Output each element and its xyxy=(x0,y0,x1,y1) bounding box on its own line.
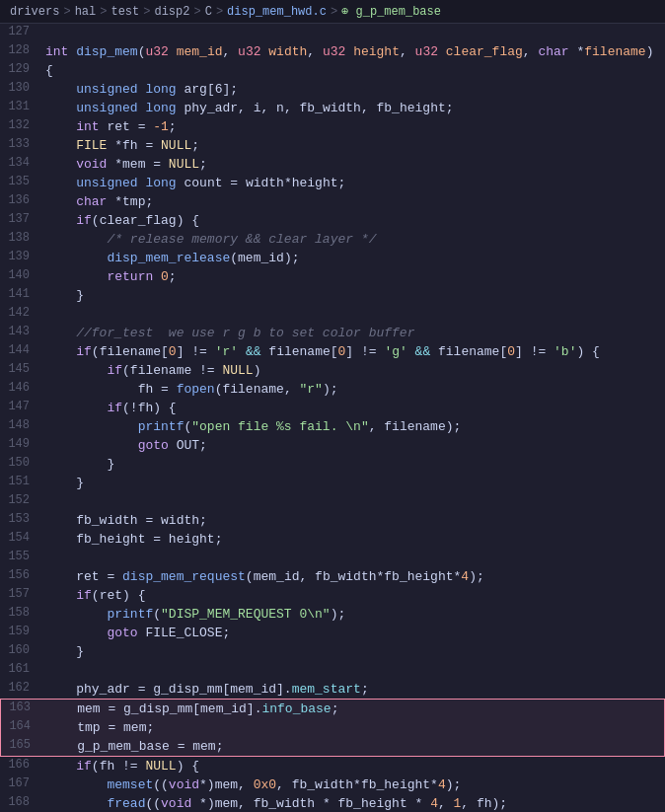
line-content-138: /* release memory && clear layer */ xyxy=(41,230,665,249)
line-number-161: 161 xyxy=(0,661,41,676)
highlighted-block: 163 mem = g_disp_mm[mem_id].info_base; 1… xyxy=(0,699,665,757)
code-line-129: 129 { xyxy=(0,61,665,80)
code-line-138: 138 /* release memory && clear layer */ xyxy=(0,230,665,249)
line-number-147: 147 xyxy=(0,399,41,413)
breadcrumb-sep-3: > xyxy=(143,5,150,19)
code-line-167: 167 memset((void*)mem, 0x0, fb_width*fb_… xyxy=(0,775,665,794)
code-line-155: 155 xyxy=(0,549,665,567)
code-editor: 127 128 int disp_mem(u32 mem_id, u32 wid… xyxy=(0,24,665,812)
line-content-157: if(ret) { xyxy=(41,586,665,605)
code-line-149: 149 goto OUT; xyxy=(0,436,665,455)
line-content-134: void *mem = NULL; xyxy=(41,155,665,174)
line-content-154: fb_height = height; xyxy=(41,530,665,549)
line-number-137: 137 xyxy=(0,211,41,226)
line-number-141: 141 xyxy=(0,286,41,301)
code-line-132: 132 int ret = -1; xyxy=(0,117,665,136)
breadcrumb-sep-4: > xyxy=(193,5,200,19)
line-number-165: 165 xyxy=(1,737,42,752)
code-line-157: 157 if(ret) { xyxy=(0,586,665,605)
line-content-143: //for_test we use r g b to set color buf… xyxy=(41,324,665,342)
breadcrumb-sep-6: > xyxy=(331,5,337,19)
breadcrumb-item-symbol[interactable]: ⊕ g_p_mem_base xyxy=(341,4,441,19)
breadcrumb-item-test[interactable]: test xyxy=(111,5,139,19)
line-content-132: int ret = -1; xyxy=(41,117,665,136)
code-line-151: 151 } xyxy=(0,474,665,492)
line-content-156: ret = disp_mem_request(mem_id, fb_width*… xyxy=(41,567,665,586)
code-line-147: 147 if(!fh) { xyxy=(0,399,665,417)
code-line-128: 128 int disp_mem(u32 mem_id, u32 width, … xyxy=(0,42,665,61)
line-content-164: tmp = mem; xyxy=(42,718,664,737)
breadcrumb-bar: drivers > hal > test > disp2 > C > disp_… xyxy=(0,0,665,24)
line-number-155: 155 xyxy=(0,549,41,563)
line-number-153: 153 xyxy=(0,511,41,526)
line-content-151: } xyxy=(41,474,665,492)
line-content-128: int disp_mem(u32 mem_id, u32 width, u32 … xyxy=(41,42,665,61)
line-number-143: 143 xyxy=(0,324,41,338)
line-content-144: if(filename[0] != 'r' && filename[0] != … xyxy=(41,342,665,361)
line-number-166: 166 xyxy=(0,757,41,772)
line-number-135: 135 xyxy=(0,174,41,188)
line-number-160: 160 xyxy=(0,642,41,657)
line-content-159: goto FILE_CLOSE; xyxy=(41,624,665,642)
line-number-151: 151 xyxy=(0,474,41,488)
code-line-152: 152 xyxy=(0,492,665,511)
line-content-160: } xyxy=(41,642,665,661)
line-content-135: unsigned long count = width*height; xyxy=(41,174,665,192)
line-number-162: 162 xyxy=(0,680,41,695)
line-content-146: fh = fopen(filename, "r"); xyxy=(41,380,665,399)
line-number-142: 142 xyxy=(0,305,41,320)
code-line-131: 131 unsigned long phy_adr, i, n, fb_widt… xyxy=(0,99,665,117)
line-number-148: 148 xyxy=(0,417,41,432)
line-number-154: 154 xyxy=(0,530,41,545)
line-content-147: if(!fh) { xyxy=(41,399,665,417)
line-number-134: 134 xyxy=(0,155,41,170)
line-content-158: printf("DISP_MEM_REQUEST 0\n"); xyxy=(41,605,665,624)
code-line-127: 127 xyxy=(0,24,665,42)
line-content-140: return 0; xyxy=(41,267,665,286)
line-content-133: FILE *fh = NULL; xyxy=(41,136,665,155)
code-line-137: 137 if(clear_flag) { xyxy=(0,211,665,230)
code-line-140: 140 return 0; xyxy=(0,267,665,286)
breadcrumb-item-disp2[interactable]: disp2 xyxy=(154,5,189,19)
code-line-135: 135 unsigned long count = width*height; xyxy=(0,174,665,192)
breadcrumb-item-hal[interactable]: hal xyxy=(75,5,97,19)
code-line-136: 136 char *tmp; xyxy=(0,192,665,211)
line-content-139: disp_mem_release(mem_id); xyxy=(41,249,665,267)
code-line-150: 150 } xyxy=(0,455,665,474)
code-line-158: 158 printf("DISP_MEM_REQUEST 0\n"); xyxy=(0,605,665,624)
line-number-144: 144 xyxy=(0,342,41,357)
line-number-157: 157 xyxy=(0,586,41,601)
line-number-146: 146 xyxy=(0,380,41,395)
code-line-168: 168 fread((void *)mem, fb_width * fb_hei… xyxy=(0,794,665,812)
line-content-166: if(fh != NULL) { xyxy=(41,757,665,775)
code-line-133: 133 FILE *fh = NULL; xyxy=(0,136,665,155)
line-number-140: 140 xyxy=(0,267,41,282)
line-content-149: goto OUT; xyxy=(41,436,665,455)
line-content-148: printf("open file %s fail. \n", filename… xyxy=(41,417,665,436)
line-content-165: g_p_mem_base = mem; xyxy=(42,737,664,756)
line-number-158: 158 xyxy=(0,605,41,620)
line-content-168: fread((void *)mem, fb_width * fb_height … xyxy=(41,794,665,812)
breadcrumb-item-file[interactable]: disp_mem_hwd.c xyxy=(227,5,327,19)
code-line-161: 161 xyxy=(0,661,665,680)
code-line-145: 145 if(filename != NULL) xyxy=(0,361,665,380)
line-number-168: 168 xyxy=(0,794,41,809)
code-line-166: 166 if(fh != NULL) { xyxy=(0,757,665,775)
code-line-143: 143 //for_test we use r g b to set color… xyxy=(0,324,665,342)
line-number-150: 150 xyxy=(0,455,41,470)
line-number-145: 145 xyxy=(0,361,41,376)
code-line-139: 139 disp_mem_release(mem_id); xyxy=(0,249,665,267)
line-number-132: 132 xyxy=(0,117,41,132)
code-line-146: 146 fh = fopen(filename, "r"); xyxy=(0,380,665,399)
code-line-165: 165 g_p_mem_base = mem; xyxy=(1,737,664,756)
line-number-128: 128 xyxy=(0,42,41,57)
line-content-137: if(clear_flag) { xyxy=(41,211,665,230)
breadcrumb-item-drivers[interactable]: drivers xyxy=(10,5,59,19)
line-number-133: 133 xyxy=(0,136,41,151)
line-number-130: 130 xyxy=(0,80,41,95)
line-number-127: 127 xyxy=(0,24,41,38)
line-content-167: memset((void*)mem, 0x0, fb_width*fb_heig… xyxy=(41,775,665,794)
breadcrumb-sep-1: > xyxy=(63,5,70,19)
code-line-153: 153 fb_width = width; xyxy=(0,511,665,530)
breadcrumb-sep-2: > xyxy=(100,5,107,19)
